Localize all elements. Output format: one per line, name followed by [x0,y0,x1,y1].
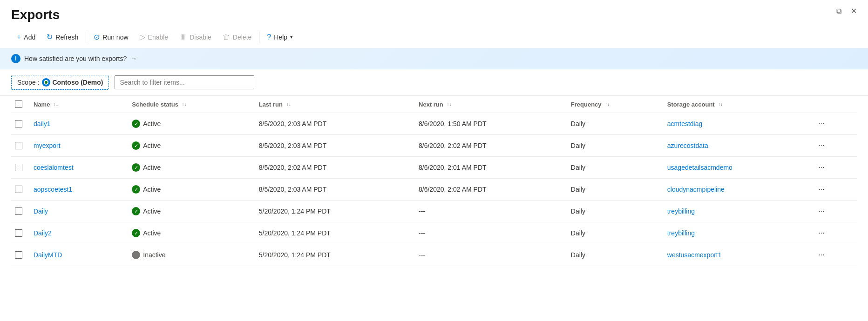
row-status: ✓ Active [126,222,253,244]
row-storage: treybilling [662,222,809,244]
row-last-run: 8/5/2020, 2:03 AM PDT [253,179,413,201]
storage-account-link[interactable]: acmtestdiag [667,120,702,127]
select-all-checkbox[interactable] [15,100,22,108]
sort-storage-icon[interactable]: ↑↓ [718,102,723,107]
help-chevron-icon: ▾ [290,34,293,40]
row-checkbox-cell [11,157,28,179]
row-checkbox[interactable] [15,229,22,237]
storage-account-link[interactable]: cloudynacmpipeline [667,186,725,193]
close-button[interactable]: ✕ [849,5,859,17]
separator-2 [259,32,259,43]
row-checkbox[interactable] [15,120,22,127]
row-more-actions: ··· [809,179,857,201]
refresh-button[interactable]: ↻ Refresh [41,30,84,44]
row-next-run: 8/6/2020, 2:02 AM PDT [413,135,565,157]
row-storage: usagedetailsacmdemo [662,157,809,179]
row-checkbox-cell [11,179,28,201]
header-frequency: Frequency ↑↓ [565,96,662,113]
table-row: Daily ✓ Active 5/20/2020, 1:24 PM PDT --… [11,201,857,222]
row-more-actions: ··· [809,113,857,135]
exports-table: Name ↑↓ Schedule status ↑↓ Last run ↑↓ N… [11,96,857,266]
info-banner: i How satisfied are you with exports? → [0,48,868,69]
status-icon: ✓ [132,207,140,215]
header-name: Name ↑↓ [28,96,126,113]
add-icon: + [17,33,21,41]
sort-status-icon[interactable]: ↑↓ [182,102,187,107]
row-checkbox-cell [11,135,28,157]
more-actions-button[interactable]: ··· [814,249,828,261]
status-icon: ✓ [132,229,140,237]
more-actions-button[interactable]: ··· [814,183,828,195]
row-storage: acmtestdiag [662,113,809,135]
add-button[interactable]: + Add [11,30,41,44]
more-actions-button[interactable]: ··· [814,227,828,239]
row-frequency: Daily [565,157,662,179]
status-label: Active [143,120,161,127]
export-name-link[interactable]: coeslalomtest [34,164,74,171]
row-name: DailyMTD [28,244,126,266]
restore-button[interactable]: ⧉ [834,5,843,17]
storage-account-link[interactable]: azurecostdata [667,142,708,149]
storage-account-link[interactable]: treybilling [667,229,695,237]
table-row: aopscoetest1 ✓ Active 8/5/2020, 2:03 AM … [11,179,857,201]
row-frequency: Daily [565,113,662,135]
scope-label: Scope : [17,79,39,86]
status-label: Active [143,207,161,215]
row-storage: treybilling [662,201,809,222]
more-actions-button[interactable]: ··· [814,161,828,174]
search-input[interactable] [115,75,254,89]
table-container: Name ↑↓ Schedule status ↑↓ Last run ↑↓ N… [0,96,868,266]
sort-lastrun-icon[interactable]: ↑↓ [286,102,291,107]
status-label: Inactive [143,251,165,259]
more-actions-button[interactable]: ··· [814,118,828,130]
row-checkbox-cell [11,222,28,244]
row-storage: cloudynacmpipeline [662,179,809,201]
help-button[interactable]: ? Help ▾ [261,30,298,44]
filters-row: Scope : Contoso (Demo) [0,69,868,96]
storage-account-link[interactable]: westusacmexport1 [667,251,722,259]
row-last-run: 8/5/2020, 2:03 AM PDT [253,113,413,135]
help-icon: ? [267,33,271,41]
row-checkbox[interactable] [15,186,22,193]
storage-account-link[interactable]: usagedetailsacmdemo [667,164,732,171]
row-checkbox[interactable] [15,164,22,171]
delete-button[interactable]: 🗑 Delete [217,30,257,44]
sort-nextrun-icon[interactable]: ↑↓ [447,102,451,107]
scope-selector[interactable]: Scope : Contoso (Demo) [11,75,109,90]
more-actions-button[interactable]: ··· [814,140,828,152]
table-row: myexport ✓ Active 8/5/2020, 2:03 AM PDT … [11,135,857,157]
export-name-link[interactable]: Daily2 [34,229,52,237]
row-storage: westusacmexport1 [662,244,809,266]
row-frequency: Daily [565,222,662,244]
row-checkbox[interactable] [15,251,22,259]
scope-icon [42,78,50,87]
export-name-link[interactable]: DailyMTD [34,251,62,259]
row-checkbox[interactable] [15,207,22,215]
sort-frequency-icon[interactable]: ↑↓ [605,102,610,107]
export-name-link[interactable]: myexport [34,142,61,149]
row-frequency: Daily [565,244,662,266]
row-frequency: Daily [565,135,662,157]
row-next-run: 8/6/2020, 2:02 AM PDT [413,179,565,201]
row-more-actions: ··· [809,157,857,179]
export-name-link[interactable]: aopscoetest1 [34,186,72,193]
storage-account-link[interactable]: treybilling [667,207,695,215]
enable-button[interactable]: ▷ Enable [134,30,174,44]
status-icon: ✓ [132,141,140,150]
more-actions-button[interactable]: ··· [814,205,828,217]
run-now-button[interactable]: ⊙ Run now [88,30,134,44]
info-icon: i [11,54,20,63]
row-next-run: --- [413,201,565,222]
status-label: Active [143,142,161,149]
export-name-link[interactable]: daily1 [34,120,51,127]
sort-name-icon[interactable]: ↑↓ [54,102,58,107]
disable-button[interactable]: ⏸ Disable [174,30,217,44]
table-header: Name ↑↓ Schedule status ↑↓ Last run ↑↓ N… [11,96,857,113]
row-next-run: --- [413,222,565,244]
row-checkbox[interactable] [15,142,22,149]
row-more-actions: ··· [809,201,857,222]
run-icon: ⊙ [94,33,100,41]
enable-icon: ▷ [140,33,145,41]
info-arrow[interactable]: → [130,55,137,62]
export-name-link[interactable]: Daily [34,207,48,215]
